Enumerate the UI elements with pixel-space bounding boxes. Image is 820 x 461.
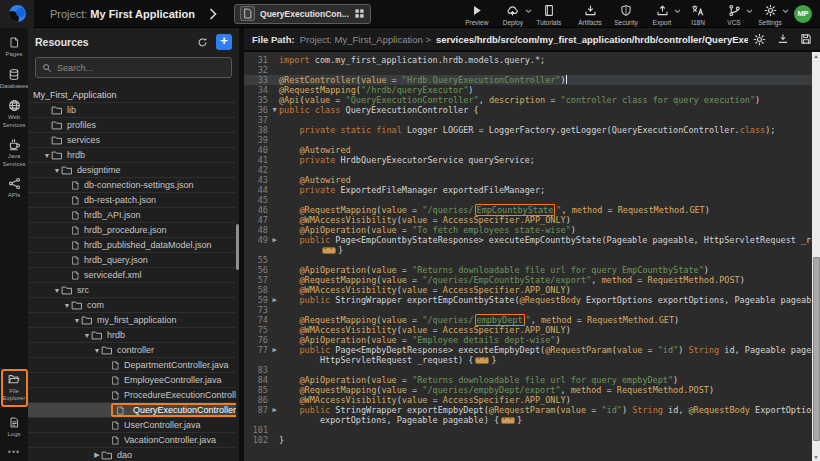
code-line[interactable]: 86 @WMAccessVisibility(value = AccessSpe… <box>244 395 812 405</box>
fold-marker-icon[interactable]: ▶ <box>270 295 279 305</box>
tree-item-controller[interactable]: ▼controller <box>28 343 236 358</box>
tree-item-hrdb[interactable]: ▼hrdb <box>28 148 236 163</box>
rail-item-file-explorer[interactable]: FileExplorer <box>1 369 28 407</box>
code-line[interactable]: 31import com.my_first_application.hrdb.m… <box>244 55 812 65</box>
code-line[interactable]: 85 @RequestMapping(value = "/queries/emp… <box>244 385 812 395</box>
folded-code-badge[interactable]: ··· <box>501 417 515 424</box>
code-editor[interactable]: 31import com.my_first_application.hrdb.m… <box>244 52 820 461</box>
code-line[interactable]: 56 @ApiOperation(value = "Returns downlo… <box>244 265 812 275</box>
tree-item-src[interactable]: ▼src <box>28 283 236 298</box>
tree-scrollbar[interactable] <box>236 224 239 270</box>
tree-item-hrdb_procedure.json[interactable]: hrdb_procedure.json <box>28 223 236 238</box>
grid-icon[interactable] <box>354 8 365 19</box>
rail-item-apis[interactable]: APIs <box>0 177 28 200</box>
rail-item-web-services[interactable]: WebServices <box>0 99 28 129</box>
code-line[interactable]: 39 <box>244 135 812 145</box>
fold-marker-icon[interactable]: ▼ <box>270 105 279 115</box>
tab-query-execution-controller[interactable]: QueryExecutionCon... <box>234 4 371 24</box>
chevron-right-icon[interactable] <box>209 8 218 20</box>
tree-item-lib[interactable]: lib <box>28 103 236 118</box>
refresh-icon[interactable] <box>197 37 208 48</box>
code-line[interactable]: 47 @WMAccessVisibility(value = AccessSpe… <box>244 215 812 225</box>
code-line[interactable]: 32 <box>244 65 812 75</box>
fold-marker-icon[interactable]: ▶ <box>270 405 279 415</box>
tree-item-queryexecutioncontroller.java[interactable]: QueryExecutionController.java <box>28 403 236 418</box>
caret-expanded-icon[interactable]: ▼ <box>53 287 61 294</box>
add-resource-button[interactable]: + <box>216 34 232 50</box>
code-line[interactable]: HttpServletRequest _request) {···} <box>244 355 812 365</box>
tool-preview[interactable]: Preview <box>463 4 491 26</box>
download-icon[interactable] <box>777 33 789 46</box>
chevron-down-icon[interactable] <box>525 9 532 14</box>
tool-vcs[interactable]: VCS <box>720 4 748 26</box>
code-line[interactable]: 58 @WMAccessVisibility(value = AccessSpe… <box>244 285 812 295</box>
tree-item-employeecontroller.java[interactable]: EmployeeController.java <box>28 373 236 388</box>
code-line[interactable]: 48 @ApiOperation(value = "To fetch emplo… <box>244 225 812 235</box>
tool-settings[interactable]: Settings <box>756 4 784 26</box>
tree-item-hrdb_published_datamodel.json[interactable]: hrdb_published_dataModel.json <box>28 238 236 253</box>
more-options-icon[interactable]: ••• <box>8 447 20 457</box>
tree-item-departmentcontroller.java[interactable]: DepartmentController.java <box>28 358 236 373</box>
rail-item-databases[interactable]: Databases <box>0 68 28 91</box>
code-line[interactable]: 49▶ public Page<EmpCountbyStateResponse>… <box>244 235 812 245</box>
tree-item-my_first_application[interactable]: ▼my_first_application <box>28 313 236 328</box>
code-line[interactable]: 77▶ public Page<EmpbyDeptResponse> execu… <box>244 345 812 355</box>
tree-item-dao[interactable]: ▶dao <box>28 448 236 461</box>
tree-item-usercontroller.java[interactable]: UserController.java <box>28 418 236 433</box>
tree-item-servicedef.xml[interactable]: servicedef.xml <box>28 268 236 283</box>
chevron-down-icon[interactable] <box>782 9 789 14</box>
tree-item-db-rest-patch.json[interactable]: db-rest-patch.json <box>28 193 236 208</box>
caret-expanded-icon[interactable]: ▼ <box>53 167 61 174</box>
caret-expanded-icon[interactable]: ▼ <box>83 332 91 339</box>
caret-expanded-icon[interactable]: ▼ <box>93 347 101 354</box>
gear-icon[interactable] <box>753 33 766 46</box>
code-line[interactable]: 34@RequestMapping("/hrdb/queryExecutor") <box>244 85 812 95</box>
tree-item-hrdb[interactable]: ▼hrdb <box>28 328 236 343</box>
code-line[interactable]: 55 <box>244 255 812 265</box>
code-line[interactable]: 42 <box>244 165 812 175</box>
code-line[interactable]: 57 @RequestMapping(value = "/queries/Emp… <box>244 275 812 285</box>
tree-item-designtime[interactable]: ▼designtime <box>28 163 236 178</box>
code-line[interactable]: 43 @Autowired <box>244 175 812 185</box>
chevron-down-icon[interactable] <box>746 9 753 14</box>
code-line[interactable]: 40 @Autowired <box>244 145 812 155</box>
code-line[interactable]: 36▼public class QueryExecutionController… <box>244 105 812 115</box>
code-line[interactable]: 84 @ApiOperation(value = "Returns downlo… <box>244 375 812 385</box>
code-line[interactable]: 59▶ public StringWrapper exportEmpCountb… <box>244 295 812 305</box>
code-line[interactable]: exportOptions, Pageable pageable) {···} <box>244 415 812 425</box>
tool-tutorials[interactable]: Tutorials <box>535 4 563 26</box>
code-line[interactable]: 76 @ApiOperation(value = "Employee detai… <box>244 335 812 345</box>
tree-item-hrdb_query.json[interactable]: hrdb_query.json <box>28 253 236 268</box>
code-line[interactable]: 83 <box>244 365 812 375</box>
code-line[interactable]: 46 @RequestMapping(value = "/queries/Emp… <box>244 205 812 215</box>
tree-item-profiles[interactable]: profiles <box>28 118 236 133</box>
tree-item-my_first_application[interactable]: My_First_Application <box>28 88 236 103</box>
tree-item-services[interactable]: services <box>28 133 236 148</box>
tool-export[interactable]: Export <box>648 4 676 26</box>
code-line[interactable]: 41 private HrdbQueryExecutorService quer… <box>244 155 812 165</box>
code-line[interactable]: 87▶ public StringWrapper exportEmpbyDept… <box>244 405 812 415</box>
code-line[interactable]: 37 <box>244 115 812 125</box>
scroll-up-arrow[interactable]: ▲ <box>812 52 820 60</box>
code-line[interactable]: 102} <box>244 435 812 445</box>
save-icon[interactable] <box>800 33 812 46</box>
tree-item-vacationcontroller.java[interactable]: VacationController.java <box>28 433 236 448</box>
tree-item-db-connection-settings.json[interactable]: db-connection-settings.json <box>28 178 236 193</box>
scroll-down-arrow[interactable]: ▼ <box>812 453 820 461</box>
rail-item-pages[interactable]: Pages <box>0 36 28 59</box>
tool-security[interactable]: Security <box>612 4 640 26</box>
code-area[interactable]: 31import com.my_first_application.hrdb.m… <box>244 52 812 461</box>
code-line[interactable]: 33@RestController(value = "Hrdb.QueryExe… <box>244 75 812 85</box>
folded-code-badge[interactable]: ··· <box>475 357 489 364</box>
fold-marker-icon[interactable]: ▶ <box>270 345 279 355</box>
rail-item-logs[interactable]: Logs <box>0 416 28 439</box>
code-line[interactable]: 75 @WMAccessVisibility(value = AccessSpe… <box>244 325 812 335</box>
code-line[interactable]: 74 @RequestMapping(value = "/queries/emp… <box>244 315 812 325</box>
caret-expanded-icon[interactable]: ▼ <box>43 152 51 159</box>
app-logo[interactable] <box>0 0 34 28</box>
chevron-down-icon[interactable] <box>674 9 681 14</box>
tool-artifacts[interactable]: Artifacts <box>576 4 604 26</box>
code-line[interactable]: ···} <box>244 245 812 255</box>
scrollbar-thumb[interactable] <box>813 257 820 441</box>
folded-code-badge[interactable]: ··· <box>322 247 336 254</box>
